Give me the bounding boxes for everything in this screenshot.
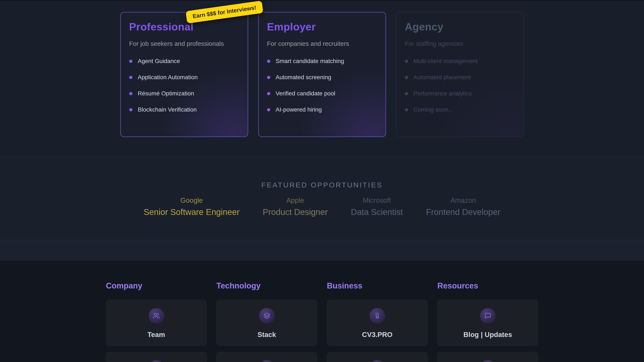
plan-title: Agency bbox=[405, 21, 515, 33]
footer-column-resources: Resources Blog | Updates bbox=[437, 281, 538, 362]
footer-card-label: Team bbox=[148, 331, 165, 339]
bullet-icon bbox=[405, 60, 408, 63]
bullet-icon bbox=[405, 108, 408, 111]
plan-feature: Automated screening bbox=[267, 74, 377, 81]
plan-feature-label: Verified candidate pool bbox=[276, 90, 335, 97]
footer-card-icon bbox=[370, 360, 385, 362]
footer-card-partial[interactable] bbox=[106, 352, 207, 362]
footer-card-partial[interactable] bbox=[437, 352, 538, 362]
plan-card-professional[interactable]: Professional For job seekers and profess… bbox=[120, 12, 248, 137]
plan-feature: Coming soon... bbox=[405, 106, 515, 113]
bullet-icon bbox=[267, 76, 270, 79]
plan-title: Professional bbox=[129, 21, 239, 33]
footer-column-heading: Company bbox=[106, 281, 207, 290]
bullet-icon bbox=[129, 60, 132, 63]
footer-card-stack[interactable]: Stack bbox=[216, 300, 317, 346]
job-title: Data Scientist bbox=[351, 207, 403, 217]
footer-column-technology: Technology Stack bbox=[216, 281, 317, 362]
footer-column-business: Business CV3.PRO bbox=[327, 281, 428, 362]
featured-jobs-row: Google Senior Software Engineer Apple Pr… bbox=[0, 196, 644, 217]
plan-card-agency: Agency For staffing agencies Multi-clien… bbox=[396, 12, 524, 137]
footer-card-label: Blog | Updates bbox=[464, 331, 512, 339]
footer-column-company: Company Team bbox=[106, 281, 207, 362]
footer-card-icon bbox=[259, 360, 275, 362]
plan-feature-label: Blockchain Verification bbox=[138, 106, 197, 113]
layers-icon bbox=[259, 308, 275, 324]
bullet-icon bbox=[267, 108, 270, 111]
plan-feature: AI-powered hiring bbox=[267, 106, 377, 113]
plan-feature-list: Smart candidate matching Automated scree… bbox=[267, 58, 377, 113]
job-company: Amazon bbox=[426, 196, 500, 205]
plan-feature-label: Performance analytics bbox=[414, 90, 472, 97]
plan-feature: Multi-client management bbox=[405, 58, 515, 64]
plan-title: Employer bbox=[267, 21, 377, 33]
footer-column-heading: Resources bbox=[437, 281, 538, 290]
footer-card-blog[interactable]: Blog | Updates bbox=[437, 300, 538, 346]
job-title: Senior Software Engineer bbox=[144, 207, 240, 217]
users-icon bbox=[148, 308, 164, 324]
section-divider-band bbox=[0, 240, 644, 260]
footer-column-heading: Technology bbox=[216, 281, 317, 290]
plan-feature: Résumé Optimization bbox=[129, 90, 239, 97]
footer-columns: Company Team Technology Stack bbox=[106, 260, 538, 362]
job-title: Product Designer bbox=[263, 207, 328, 217]
footer-card-team[interactable]: Team bbox=[106, 300, 207, 346]
job-company: Microsoft bbox=[351, 196, 403, 205]
plan-feature-list: Multi-client management Automated placem… bbox=[405, 58, 515, 113]
plan-feature: Agent Guidance bbox=[129, 58, 239, 64]
plan-subtitle: For job seekers and professionals bbox=[129, 40, 239, 47]
featured-opportunities-section: FEATURED OPPORTUNITIES Google Senior Sof… bbox=[0, 157, 644, 240]
footer-card-icon bbox=[480, 360, 496, 362]
plan-feature-label: Coming soon... bbox=[414, 106, 453, 113]
footer-card-partial[interactable] bbox=[216, 352, 317, 362]
bullet-icon bbox=[405, 76, 408, 79]
plan-feature: Smart candidate matching bbox=[267, 58, 377, 64]
plan-subtitle: For companies and recruiters bbox=[267, 40, 377, 47]
footer-card-cv3pro[interactable]: CV3.PRO bbox=[327, 300, 428, 346]
bullet-icon bbox=[267, 92, 270, 95]
plan-feature-list: Agent Guidance Application Automation Ré… bbox=[129, 58, 239, 113]
plan-feature-label: Automated screening bbox=[276, 74, 332, 81]
award-icon bbox=[370, 308, 385, 324]
speech-bubble-icon bbox=[480, 308, 496, 324]
footer-card-label: Stack bbox=[258, 331, 276, 339]
site-footer: Company Team Technology Stack bbox=[0, 260, 644, 362]
footer-card-label: CV3.PRO bbox=[362, 331, 392, 339]
job-company: Google bbox=[144, 196, 240, 205]
plans-section: Earn $$$ for Interviews! Professional Fo… bbox=[0, 0, 644, 157]
plan-card-employer[interactable]: Employer For companies and recruiters Sm… bbox=[258, 12, 386, 137]
footer-card-partial[interactable] bbox=[327, 352, 428, 362]
plan-feature-label: Application Automation bbox=[138, 74, 198, 81]
plan-feature-label: Automated placement bbox=[414, 74, 471, 81]
featured-heading: FEATURED OPPORTUNITIES bbox=[0, 181, 644, 189]
footer-column-heading: Business bbox=[327, 281, 428, 290]
featured-job-microsoft[interactable]: Microsoft Data Scientist bbox=[351, 196, 403, 217]
plan-feature-label: Agent Guidance bbox=[138, 58, 180, 64]
plan-feature: Verified candidate pool bbox=[267, 90, 377, 97]
job-company: Apple bbox=[263, 196, 328, 205]
bullet-icon bbox=[129, 108, 132, 111]
page: Earn $$$ for Interviews! Professional Fo… bbox=[0, 0, 644, 362]
plan-feature-label: AI-powered hiring bbox=[276, 106, 322, 113]
plan-feature-label: Smart candidate matching bbox=[276, 58, 344, 64]
plan-feature: Performance analytics bbox=[405, 90, 515, 97]
job-title: Frontend Developer bbox=[426, 207, 500, 217]
plan-feature: Automated placement bbox=[405, 74, 515, 81]
bullet-icon bbox=[267, 60, 270, 63]
bullet-icon bbox=[129, 76, 132, 79]
footer-card-icon bbox=[148, 360, 164, 362]
featured-job-amazon[interactable]: Amazon Frontend Developer bbox=[426, 196, 500, 217]
bullet-icon bbox=[405, 92, 408, 95]
plan-feature-label: Multi-client management bbox=[414, 58, 478, 64]
plan-feature: Blockchain Verification bbox=[129, 106, 239, 113]
featured-job-apple[interactable]: Apple Product Designer bbox=[263, 196, 328, 217]
featured-job-google[interactable]: Google Senior Software Engineer bbox=[144, 196, 240, 217]
bullet-icon bbox=[129, 92, 132, 95]
plan-subtitle: For staffing agencies bbox=[405, 40, 515, 47]
plan-feature-label: Résumé Optimization bbox=[138, 90, 194, 97]
plan-feature: Application Automation bbox=[129, 74, 239, 81]
